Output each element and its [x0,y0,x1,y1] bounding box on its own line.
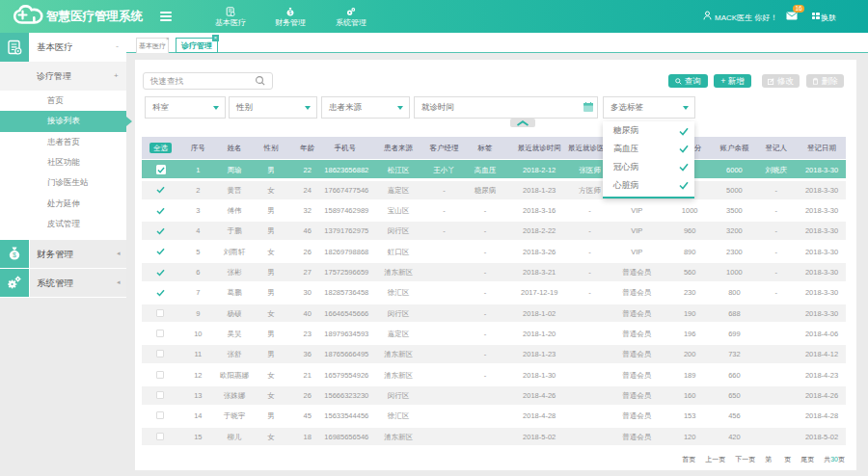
svg-text:$: $ [13,251,16,258]
